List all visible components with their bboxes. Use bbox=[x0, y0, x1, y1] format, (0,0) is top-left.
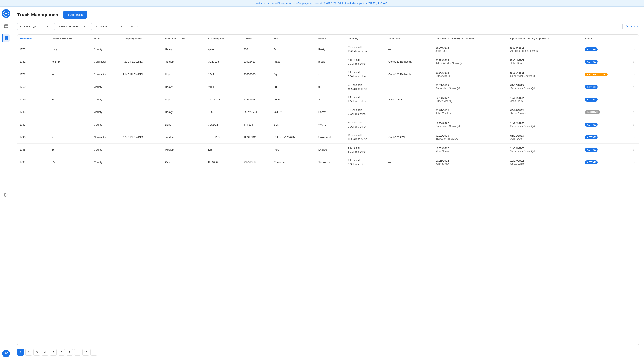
cell-equipment-class: Tandem bbox=[163, 131, 206, 144]
page-btn-4[interactable]: 4 bbox=[42, 349, 48, 356]
col-updated[interactable]: Updated On Date By Supervisor bbox=[508, 35, 583, 43]
cell-company: A & C PLOWING bbox=[120, 56, 163, 68]
cell-internal-id: — bbox=[50, 106, 92, 118]
search-input[interactable] bbox=[128, 23, 622, 30]
cell-equipment-class: Light bbox=[163, 68, 206, 81]
cell-chevron[interactable]: › bbox=[629, 156, 639, 169]
truck-type-filter[interactable]: All Truck Types ▼ bbox=[17, 23, 52, 30]
table-row[interactable]: 1744 55 County Pickup RT4656 23768358 Ch… bbox=[17, 156, 639, 169]
cell-model: yr bbox=[316, 68, 345, 81]
cell-internal-id: — bbox=[50, 118, 92, 131]
page-btn-3[interactable]: 3 bbox=[34, 349, 40, 356]
col-usdot[interactable]: USDOT # bbox=[242, 35, 272, 43]
cell-usdot: 23452023 bbox=[242, 68, 272, 81]
cell-type: County bbox=[92, 144, 120, 156]
row-chevron-icon: › bbox=[634, 123, 634, 126]
cell-usdot: 23768358 bbox=[242, 156, 272, 169]
table-row[interactable]: 1746 2 Contractor A & C PLOWING Tandem T… bbox=[17, 131, 639, 144]
col-model[interactable]: Model bbox=[316, 35, 345, 43]
pagination-next-button[interactable]: › bbox=[90, 349, 97, 356]
status-badge: REVIEW ACTIVE bbox=[585, 73, 608, 76]
table-row[interactable]: 1753 rusty County Heavy qwer 3334 Ford R… bbox=[17, 43, 639, 56]
col-company[interactable]: Company Name bbox=[120, 35, 163, 43]
svg-rect-7 bbox=[6, 36, 8, 38]
cell-assigned: — bbox=[386, 106, 434, 118]
cell-updated: 03/26/2023 Supervisor SnowIQ3 bbox=[508, 68, 583, 81]
cell-license: TESTPIC1 bbox=[206, 131, 242, 144]
cell-chevron[interactable]: › bbox=[629, 43, 639, 56]
cell-license: qwer bbox=[206, 43, 242, 56]
cell-usdot: TESTPIC1 bbox=[242, 131, 272, 144]
status-badge: ACTIVE bbox=[585, 135, 598, 139]
col-capacity[interactable]: Capacity bbox=[345, 35, 386, 43]
table-row[interactable]: 1750 — County Heavy YHH — uu uu 55 Tons … bbox=[17, 81, 639, 93]
page-header: Truck Management + Add truck bbox=[17, 11, 639, 19]
cell-chevron[interactable]: › bbox=[629, 56, 639, 68]
table-row[interactable]: 1747 — County Light 32SD22 TTT324 SEN WA… bbox=[17, 118, 639, 131]
cell-chevron[interactable]: › bbox=[629, 131, 639, 144]
user-avatar[interactable]: SV bbox=[2, 350, 10, 357]
col-assigned[interactable]: Assigned to bbox=[386, 35, 434, 43]
cell-chevron[interactable]: › bbox=[629, 81, 639, 93]
col-system-id[interactable]: System ID ↕ bbox=[17, 35, 50, 43]
page-btn-2[interactable]: 2 bbox=[25, 349, 32, 356]
truck-status-filter[interactable]: All Truck Statuses ▼ bbox=[54, 23, 88, 30]
cell-updated: 12/20/2022 Jack Black bbox=[508, 93, 583, 106]
table-row[interactable]: 1745 55 County Medium ER — Ford Explorer… bbox=[17, 144, 639, 156]
page-btn-10[interactable]: 10 bbox=[82, 349, 89, 356]
cell-internal-id: 55 bbox=[50, 144, 92, 156]
cell-chevron[interactable]: › bbox=[629, 118, 639, 131]
cell-updated: 10/27/2022 Supervisor SnowIQ4 bbox=[508, 118, 583, 131]
cell-internal-id: — bbox=[50, 81, 92, 93]
page-btn-1[interactable]: 1 bbox=[17, 349, 24, 356]
cell-system-id: 1744 bbox=[17, 156, 50, 169]
table-row[interactable]: 1748 — County Heavy 456678 FGYY6668 JOLD… bbox=[17, 106, 639, 118]
filters-row: All Truck Types ▼ All Truck Statuses ▼ A… bbox=[17, 23, 639, 30]
grid-nav-icon[interactable] bbox=[2, 34, 10, 42]
logout-icon[interactable] bbox=[2, 191, 10, 199]
calendar-nav-icon[interactable] bbox=[2, 22, 10, 30]
col-make[interactable]: Make bbox=[272, 35, 316, 43]
page-btn-...[interactable]: ... bbox=[74, 349, 81, 356]
col-type[interactable]: Type bbox=[92, 35, 120, 43]
cell-model: Rusty bbox=[316, 43, 345, 56]
svg-point-1 bbox=[5, 13, 7, 14]
cell-chevron[interactable]: › bbox=[629, 68, 639, 81]
cell-chevron[interactable]: › bbox=[629, 144, 639, 156]
row-chevron-icon: › bbox=[634, 160, 634, 164]
cell-chevron[interactable]: › bbox=[629, 93, 639, 106]
cell-equipment-class: Tandem bbox=[163, 56, 206, 68]
page-btn-7[interactable]: 7 bbox=[66, 349, 73, 356]
add-truck-button[interactable]: + Add truck bbox=[63, 11, 87, 19]
cell-make: Ford bbox=[272, 144, 316, 156]
truck-type-chevron-icon: ▼ bbox=[46, 25, 49, 28]
page-btn-6[interactable]: 6 bbox=[58, 349, 65, 356]
cell-assigned: Contr121 GW bbox=[386, 131, 434, 144]
class-filter[interactable]: All Classes ▼ bbox=[91, 23, 125, 30]
page-btn-5[interactable]: 5 bbox=[50, 349, 56, 356]
svg-rect-9 bbox=[6, 38, 8, 40]
cell-system-id: 1753 bbox=[17, 43, 50, 56]
cell-company bbox=[120, 156, 163, 169]
cell-equipment-class: Light bbox=[163, 118, 206, 131]
cell-company bbox=[120, 93, 163, 106]
col-license[interactable]: License plate bbox=[206, 35, 242, 43]
cell-make: audy bbox=[272, 93, 316, 106]
table-row[interactable]: 1752 456456 Contractor A & C PLOWING Tan… bbox=[17, 56, 639, 68]
col-equipment-class[interactable]: Equipment Class bbox=[163, 35, 206, 43]
col-certified[interactable]: Certified On Date By Supervisor bbox=[434, 35, 508, 43]
cell-certified: 10/26/2022 Plow Snow bbox=[434, 144, 508, 156]
col-internal-id[interactable]: Internal Truck ID bbox=[50, 35, 92, 43]
cell-updated: 10/28/2022 Supervisor SnowIQ4 bbox=[508, 144, 583, 156]
status-badge: ACTIVE bbox=[585, 160, 598, 164]
col-status[interactable]: Status bbox=[583, 35, 629, 43]
table-row[interactable]: 1749 34 County Light 12345678 12345678 a… bbox=[17, 93, 639, 106]
cell-chevron[interactable]: › bbox=[629, 106, 639, 118]
reset-button[interactable]: Reset bbox=[625, 23, 639, 30]
svg-rect-4 bbox=[6, 26, 6, 27]
table-row[interactable]: 1751 — Contractor A & C PLOWING Light 23… bbox=[17, 68, 639, 81]
cell-updated: 03/23/2023 Administrator SnowIQ5 bbox=[508, 43, 583, 56]
trucks-table-container[interactable]: System ID ↕ Internal Truck ID Type Compa… bbox=[17, 34, 639, 345]
cell-model: Power bbox=[316, 106, 345, 118]
cell-capacity: 20 Tons salt 0 Gallons brine bbox=[345, 106, 386, 118]
